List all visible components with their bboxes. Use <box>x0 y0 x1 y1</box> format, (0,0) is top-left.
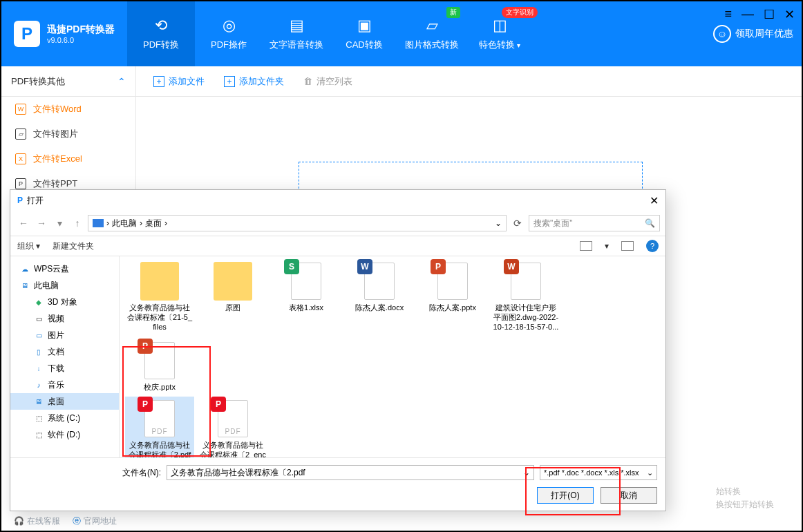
file-item-pdf[interactable]: PDFP义务教育品德与社会课程标准〔2_encode.pdf <box>198 397 267 457</box>
file-label: 陈杰人案.docx <box>355 303 404 313</box>
sidebar-item-word[interactable]: W 文件转Word <box>1 97 135 122</box>
cancel-button[interactable]: 取消 <box>601 487 657 504</box>
sidebar-item-image[interactable]: ▱ 文件转图片 <box>1 122 135 146</box>
clear-list-button[interactable]: 🗑 清空列表 <box>303 75 352 88</box>
audio-icon: ▤ <box>290 17 304 35</box>
desktop-icon: 🖥 <box>34 397 44 406</box>
maximize-icon[interactable]: ☐ <box>764 7 775 22</box>
tree-label: WPS云盘 <box>34 263 69 275</box>
nav-up-icon[interactable]: ↑ <box>70 216 85 231</box>
new-folder-button[interactable]: 新建文件夹 <box>53 240 94 252</box>
tab-image[interactable]: 新 ▱ 图片格式转换 <box>398 1 466 66</box>
tree-label: 图片 <box>48 330 64 341</box>
sidebar-item-excel[interactable]: X 文件转Excel <box>1 146 135 171</box>
add-folder-label: 添加文件夹 <box>239 75 284 88</box>
chevron-down-icon[interactable]: ⌄ <box>523 468 530 477</box>
clear-list-label: 清空列表 <box>317 75 352 88</box>
picture-icon: ▭ <box>34 330 44 340</box>
footer-label: 官网地址 <box>84 515 117 527</box>
file-label: 建筑设计住宅户形平面图2.dwg-2022-10-12-18-15-57-0..… <box>493 303 559 332</box>
tree-item-3d[interactable]: ◆3D 对象 <box>10 294 119 310</box>
dialog-close-icon[interactable]: ✕ <box>650 194 659 207</box>
file-item-pptx[interactable]: P校庆.pptx <box>125 339 194 395</box>
tab-tts[interactable]: ▤ 文字语音转换 <box>263 1 330 66</box>
add-folder-button[interactable]: + 添加文件夹 <box>224 75 284 88</box>
app-logo-icon: P <box>14 21 40 47</box>
view-mode-icon[interactable] <box>580 241 592 251</box>
file-label: 表格1.xlsx <box>289 303 323 313</box>
open-button[interactable]: 打开(O) <box>537 487 594 504</box>
tree-item-downloads[interactable]: ↓下载 <box>10 360 119 377</box>
promo-button[interactable]: ☺ 领取周年优惠 <box>713 25 793 43</box>
add-file-label: 添加文件 <box>169 75 205 88</box>
xlsx-icon: S <box>287 262 325 301</box>
filename-input[interactable]: 义务教育品德与社会课程标准〔2.pdf⌄ <box>167 465 534 480</box>
tree-item-desktop[interactable]: 🖥桌面 <box>10 393 119 410</box>
tree-label: 下载 <box>48 363 64 374</box>
badge-ocr: 文字识别 <box>502 7 538 18</box>
drive-icon: ⬚ <box>34 413 44 423</box>
file-item-folder[interactable]: 义务教育品德与社会课程标准〔21-5_files <box>125 259 194 334</box>
refresh-icon[interactable]: ⟳ <box>509 216 526 231</box>
tree-item-d-drive[interactable]: ⬚软件 (D:) <box>10 426 119 443</box>
image-icon: ▱ <box>426 17 438 35</box>
sidebar-header[interactable]: PDF转换其他 ⌃ <box>1 66 135 97</box>
nav-recent-icon[interactable]: ▾ <box>52 216 67 231</box>
menu-icon[interactable]: ≡ <box>724 7 732 21</box>
tree-item-pc[interactable]: 🖥此电脑 <box>10 277 119 294</box>
add-file-button[interactable]: + 添加文件 <box>153 75 205 88</box>
tab-special[interactable]: 文字识别 ◫ 特色转换▾ <box>466 1 533 66</box>
minimize-icon[interactable]: — <box>741 7 754 21</box>
address-bar[interactable]: › 此电脑 › 桌面 › ⌄ <box>88 215 507 231</box>
file-label: 义务教育品德与社会课程标准〔2_encode.pdf <box>200 441 266 457</box>
nav-forward-icon[interactable]: → <box>34 216 49 231</box>
file-type-filter[interactable]: *.pdf *.doc *.docx *.xls *.xlsx⌄ <box>540 465 657 480</box>
help-icon[interactable]: ? <box>646 240 659 252</box>
dialog-toolbar: 组织 ▾ 新建文件夹 ▾ ? <box>10 236 665 256</box>
search-input[interactable]: 搜索"桌面" 🔍 <box>529 215 660 231</box>
tree-item-documents[interactable]: ▯文档 <box>10 343 119 360</box>
chevron-down-icon: ⌄ <box>647 468 653 477</box>
file-item-xlsx[interactable]: S表格1.xlsx <box>272 259 341 334</box>
pdf-icon: PDFP <box>214 399 252 438</box>
filter-text: *.pdf *.doc *.docx *.xls *.xlsx <box>544 468 639 477</box>
tree-label: 3D 对象 <box>48 296 77 308</box>
preview-pane-icon[interactable] <box>621 241 634 251</box>
organize-menu[interactable]: 组织 ▾ <box>17 240 40 252</box>
file-item-pdf-selected[interactable]: PDFP义务教育品德与社会课程标准〔2.pdf <box>125 397 194 457</box>
convert-icon: ⟲ <box>155 17 167 35</box>
file-item-folder[interactable]: 原图 <box>198 259 267 334</box>
tab-cad[interactable]: ▣ CAD转换 <box>330 1 398 66</box>
tree-item-pictures[interactable]: ▭图片 <box>10 327 119 343</box>
tab-pdf-operate[interactable]: ◎ PDF操作 <box>195 1 263 66</box>
file-item-pptx[interactable]: P陈杰人案.pptx <box>418 259 487 334</box>
badge-new: 新 <box>446 7 460 18</box>
nav-back-icon[interactable]: ← <box>16 216 31 231</box>
video-icon: ▭ <box>34 314 44 323</box>
pdf-icon: PDFP <box>140 399 179 438</box>
website-link[interactable]: ⓔ官网地址 <box>73 515 117 527</box>
tree-item-video[interactable]: ▭视频 <box>10 310 119 327</box>
logo-area: P 迅捷PDF转换器 v9.0.6.0 <box>1 1 127 66</box>
file-label: 陈杰人案.pptx <box>429 303 476 313</box>
sidebar: PDF转换其他 ⌃ W 文件转Word ▱ 文件转图片 X 文件转Excel P… <box>1 66 136 196</box>
online-service-link[interactable]: 🎧在线客服 <box>14 515 60 527</box>
globe-icon: ⓔ <box>73 515 81 527</box>
chevron-down-icon[interactable]: ⌄ <box>495 218 502 228</box>
tree-item-music[interactable]: ♪音乐 <box>10 377 119 393</box>
path-segment[interactable]: 此电脑 <box>112 218 137 229</box>
file-list: 义务教育品德与社会课程标准〔21-5_files 原图 S表格1.xlsx W陈… <box>120 256 665 457</box>
cloud-icon: ☁ <box>20 264 30 274</box>
file-item-dwg[interactable]: W建筑设计住宅户形平面图2.dwg-2022-10-12-18-15-57-0.… <box>491 259 560 334</box>
promo-label: 领取周年优惠 <box>735 28 793 40</box>
chevron-down-icon: ▾ <box>517 41 520 49</box>
tree-item-wps[interactable]: ☁WPS云盘 <box>10 260 119 277</box>
tree-item-c-drive[interactable]: ⬚系统 (C:) <box>10 410 119 426</box>
headset-icon: 🎧 <box>14 516 24 526</box>
download-icon: ↓ <box>34 363 44 373</box>
close-icon[interactable]: ✕ <box>784 7 795 22</box>
path-segment[interactable]: 桌面 <box>145 218 162 229</box>
chevron-down-icon[interactable]: ▾ <box>605 241 609 251</box>
file-item-docx[interactable]: W陈杰人案.docx <box>345 259 414 334</box>
tab-pdf-convert[interactable]: ⟲ PDF转换 <box>127 1 195 66</box>
